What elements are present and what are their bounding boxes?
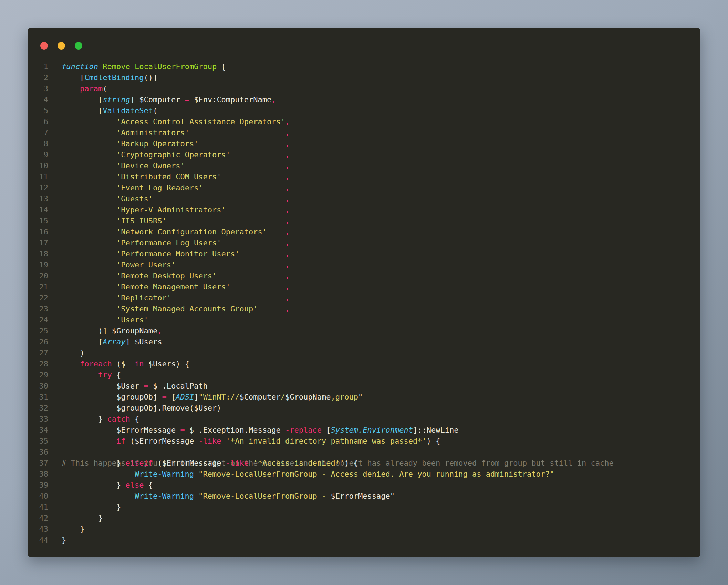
code-token [221, 172, 285, 181]
code-token: , [285, 216, 290, 225]
code-token [62, 139, 116, 148]
code-token [62, 260, 116, 269]
minimize-window-button[interactable] [58, 42, 65, 50]
code-token: ( [103, 84, 107, 93]
code-token: , [157, 327, 162, 335]
code-token: -like [198, 437, 221, 445]
code-line: 20 'Remote Desktop Users' , [28, 270, 700, 281]
code-token [62, 216, 116, 225]
code-line: 15 'IIS_IUSRS' , [28, 215, 700, 226]
code-token: { [112, 371, 121, 379]
code-text: ) [62, 348, 84, 359]
code-token: "Remove-LocalUserFromGroup - [198, 492, 331, 500]
code-line: 35 if ($ErrorMessage -like '*An invalid … [28, 436, 700, 447]
code-token: 'Administrators' [116, 128, 189, 137]
code-line: 10 'Device Owners' , [28, 160, 700, 171]
code-text: 'Cryptographic Operators' , [62, 149, 290, 160]
code-text: } [62, 535, 66, 546]
code-token: , [285, 128, 290, 137]
code-token: System.Environment [331, 426, 413, 434]
code-token: } [62, 525, 84, 533]
code-token: Array [103, 338, 125, 346]
code-text: } [62, 524, 84, 535]
code-token [171, 294, 285, 302]
code-token: [ [62, 73, 84, 82]
code-token: ] $Computer [130, 95, 185, 104]
code-token: 'Hyper-V Administrators' [116, 205, 226, 214]
line-number: 22 [28, 292, 48, 304]
line-number: 20 [28, 270, 48, 281]
line-number: 35 [28, 436, 48, 447]
code-token: 'System Managed Accounts Group' [116, 305, 258, 313]
line-number: 12 [28, 182, 48, 193]
code-token: ( [153, 106, 157, 115]
zoom-window-button[interactable] [75, 42, 82, 50]
code-line: 14 'Hyper-V Administrators' , [28, 204, 700, 215]
code-text: 'Performance Log Users' , [62, 237, 290, 248]
code-token: else [125, 481, 144, 489]
code-token [62, 238, 116, 247]
window-titlebar[interactable] [28, 28, 700, 53]
line-number: 32 [28, 403, 48, 414]
code-token: ADSI [176, 393, 194, 401]
line-number: 25 [28, 326, 48, 337]
code-text: [ValidateSet( [62, 105, 157, 116]
line-number: 27 [28, 348, 48, 359]
code-text: [string] $Computer = $Env:ComputerName, [62, 94, 276, 105]
code-token [189, 128, 285, 137]
line-number: 13 [28, 193, 48, 204]
code-token [230, 283, 285, 291]
line-number: 2 [28, 72, 48, 83]
code-token: -replace [285, 426, 322, 434]
code-token: 'Device Owners' [116, 161, 185, 170]
code-token: 'Performance Log Users' [116, 238, 221, 247]
code-token [62, 183, 116, 192]
code-token: 'Distributed COM Users' [116, 172, 221, 181]
code-text: 'Remote Management Users' , [62, 281, 290, 292]
code-text: 'Replicator' , [62, 292, 290, 304]
code-token: $_.LocalPath [148, 382, 208, 390]
code-token: , [285, 227, 290, 236]
code-token [98, 62, 103, 71]
code-token: string [103, 95, 130, 104]
code-token: foreach [80, 360, 112, 368]
code-editor[interactable]: 1function Remove-LocalUserFromGroup {2 [… [28, 61, 700, 557]
line-number: 26 [28, 337, 48, 348]
code-line: 23 'System Managed Accounts Group' , [28, 304, 700, 315]
line-number: 15 [28, 215, 48, 226]
code-token: $groupObj [62, 393, 162, 401]
close-window-button[interactable] [40, 42, 48, 50]
code-token [62, 371, 98, 379]
code-token [167, 216, 285, 225]
code-token: , [285, 117, 290, 126]
code-token: in [135, 360, 144, 368]
line-number: 24 [28, 315, 48, 326]
code-token: ]::NewLine [413, 426, 458, 434]
code-line: 9 'Cryptographic Operators' , [28, 149, 700, 160]
line-number: 9 [28, 149, 48, 160]
code-editor-window: 1function Remove-LocalUserFromGroup {2 [… [28, 28, 700, 557]
line-number: 30 [28, 381, 48, 392]
code-token [62, 205, 116, 214]
code-line: 11 'Distributed COM Users' , [28, 171, 700, 182]
line-number: 40 [28, 491, 48, 502]
code-text: } elseif ($ErrorMessage -like '*Access i… [62, 458, 358, 469]
code-line: 1function Remove-LocalUserFromGroup { [28, 61, 700, 72]
code-token: } [62, 459, 125, 467]
code-token: , [285, 172, 290, 181]
code-token: [ [62, 95, 103, 104]
code-line: 40 Write-Warning "Remove-LocalUserFromGr… [28, 491, 700, 502]
code-text: 'Users' [62, 315, 148, 326]
code-token: ($ErrorMessage [153, 459, 226, 467]
code-token: 'Backup Operators' [116, 139, 198, 148]
code-text: 'IIS_IUSRS' , [62, 215, 290, 226]
line-number: 42 [28, 513, 48, 524]
code-line: 13 'Guests' , [28, 193, 700, 204]
code-token: , [285, 283, 290, 291]
code-line: 29 try { [28, 370, 700, 381]
code-token: , [285, 194, 290, 203]
code-token: [ [62, 338, 103, 346]
code-token: $GroupName [285, 393, 331, 401]
code-token [249, 459, 253, 467]
code-text: $groupObj = [ADSI]"WinNT://$Computer/$Gr… [62, 392, 363, 403]
